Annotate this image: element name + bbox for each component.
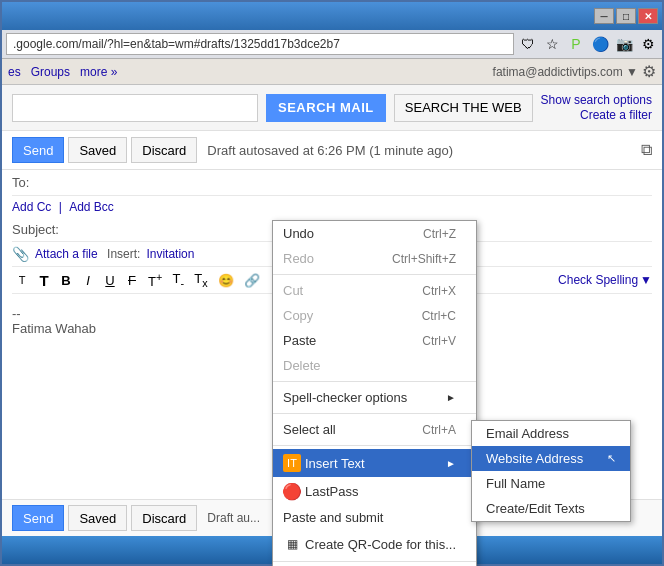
send-button-bottom[interactable]: Send [12,505,64,531]
sub-email-address-label: Email Address [486,426,569,441]
to-label: To: [12,175,42,190]
nav-item-groups[interactable]: Groups [31,65,70,79]
emoji-button[interactable]: 😊 [214,272,238,289]
strikethrough-button[interactable]: F [122,272,142,289]
sub-create-edit-texts[interactable]: Create/Edit Texts [472,496,630,521]
address-bar-row: .google.com/mail/?hl=en&tab=wm#drafts/13… [2,30,662,59]
popout-icon[interactable]: ⧉ [641,141,652,159]
ctx-insert-text-arrow-icon: ► [446,458,456,469]
ctx-select-all-label: Select all [283,422,336,437]
cc-bcc-links: Add Cc | Add Bcc [12,196,652,218]
nav-item-more[interactable]: more » [80,65,117,79]
link-button[interactable]: 🔗 [240,272,264,289]
subscript-button[interactable]: T- [168,270,188,290]
ctx-lastpass-left: 🔴 LastPass [283,482,358,500]
check-spelling-link[interactable]: Check Spelling ▼ [558,273,652,287]
ctx-paste-submit-label: Paste and submit [283,510,383,525]
submenu: Email Address Website Address ↖ Full Nam… [471,420,631,522]
ctx-paste-label: Paste [283,333,316,348]
search-options: Show search options Create a filter [541,93,652,122]
add-bcc-link[interactable]: Add Bcc [69,200,114,214]
ctx-undo-label: Undo [283,226,314,241]
ctx-select-all[interactable]: Select all Ctrl+A [273,417,476,442]
ctx-delete: Delete [273,353,476,378]
nav-item-es[interactable]: es [8,65,21,79]
font-size-icon[interactable]: T [12,273,32,287]
minimize-button[interactable]: ─ [594,8,614,24]
dropdown-arrow-icon: ▼ [640,273,652,287]
ctx-redo-label: Redo [283,251,314,266]
nav-bar: es Groups more » fatima@addictivtips.com… [2,59,662,85]
lastpass-icon: 🔴 [283,482,301,500]
show-search-options-link[interactable]: Show search options [541,93,652,107]
italic-button[interactable]: I [78,272,98,289]
ctx-qr-code[interactable]: ▦ Create QR-Code for this... [273,530,476,558]
ctx-cut: Cut Ctrl+X [273,278,476,303]
discard-button[interactable]: Discard [131,137,197,163]
sub-create-edit-texts-label: Create/Edit Texts [486,501,585,516]
saved-button[interactable]: Saved [68,137,127,163]
addon-icon-2[interactable]: P [566,34,586,54]
ctx-cut-label: Cut [283,283,303,298]
subject-label: Subject: [12,222,59,237]
star-icon[interactable]: ☆ [542,34,562,54]
sub-full-name[interactable]: Full Name [472,471,630,496]
search-mail-button[interactable]: SEARCH MAIL [266,94,386,122]
attach-file-link[interactable]: Attach a file [35,247,98,261]
search-row: SEARCH MAIL SEARCH THE WEB Show search o… [2,85,662,131]
send-button[interactable]: Send [12,137,64,163]
user-email[interactable]: fatima@addictivtips.com ▼ [493,65,638,79]
close-button[interactable]: ✕ [638,8,658,24]
ctx-paste[interactable]: Paste Ctrl+V [273,328,476,353]
sub-email-address[interactable]: Email Address [472,421,630,446]
ctx-sep-4 [273,445,476,446]
paperclip-icon: 📎 [12,246,29,262]
saved-button-bottom[interactable]: Saved [68,505,127,531]
ctx-sep-1 [273,274,476,275]
search-web-button[interactable]: SEARCH THE WEB [394,94,533,122]
settings-gear-icon[interactable]: ⚙ [642,62,656,81]
ctx-undo[interactable]: Undo Ctrl+Z [273,221,476,246]
create-filter-link[interactable]: Create a filter [580,108,652,122]
bold-button[interactable]: B [56,272,76,289]
ctx-insert-text[interactable]: IT Insert Text ► [273,449,476,477]
nav-links: es Groups more » [8,65,117,79]
address-bar[interactable]: .google.com/mail/?hl=en&tab=wm#drafts/13… [6,33,514,55]
add-cc-link[interactable]: Add Cc [12,200,51,214]
title-bar: ─ □ ✕ [2,2,662,30]
browser-window: ─ □ ✕ .google.com/mail/?hl=en&tab=wm#dra… [0,0,664,566]
cursor-indicator: ↖ [607,452,616,465]
window-controls: ─ □ ✕ [594,8,658,24]
pipe-separator: | [59,200,65,214]
addon-icon-4[interactable]: 📷 [614,34,634,54]
bottom-draft-status: Draft au... [207,511,260,525]
to-input[interactable] [48,175,652,190]
ctx-sep-5 [273,561,476,562]
ctx-qr-left: ▦ Create QR-Code for this... [283,535,456,553]
underline-button[interactable]: U [100,272,120,289]
invitation-link[interactable]: Invitation [146,247,194,261]
addon-icon-1[interactable]: 🛡 [518,34,538,54]
restore-button[interactable]: □ [616,8,636,24]
ctx-select-all-shortcut: Ctrl+A [422,423,456,437]
ctx-sep-3 [273,413,476,414]
ctx-insert-text-label: Insert Text [305,456,365,471]
addon-icon-5[interactable]: ⚙ [638,34,658,54]
remove-format-button[interactable]: Tx [190,270,211,290]
ctx-copy-label: Copy [283,308,313,323]
ctx-lastpass[interactable]: 🔴 LastPass [273,477,476,505]
font-size2-icon[interactable]: T [34,271,54,290]
superscript-button[interactable]: T+ [144,270,166,290]
to-field-row: To: [12,170,652,196]
discard-button-bottom[interactable]: Discard [131,505,197,531]
ctx-paste-submit[interactable]: Paste and submit [273,505,476,530]
ctx-paste-shortcut: Ctrl+V [422,334,456,348]
context-menu: Undo Ctrl+Z Redo Ctrl+Shift+Z Cut Ctrl+X… [272,220,477,566]
search-input[interactable] [12,94,258,122]
qr-code-icon: ▦ [283,535,301,553]
sub-website-address[interactable]: Website Address ↖ [472,446,630,471]
url-text: .google.com/mail/?hl=en&tab=wm#drafts/13… [13,37,340,51]
addon-icon-3[interactable]: 🔵 [590,34,610,54]
ctx-spell-arrow-icon: ► [446,392,456,403]
ctx-spell-checker[interactable]: Spell-checker options ► [273,385,476,410]
